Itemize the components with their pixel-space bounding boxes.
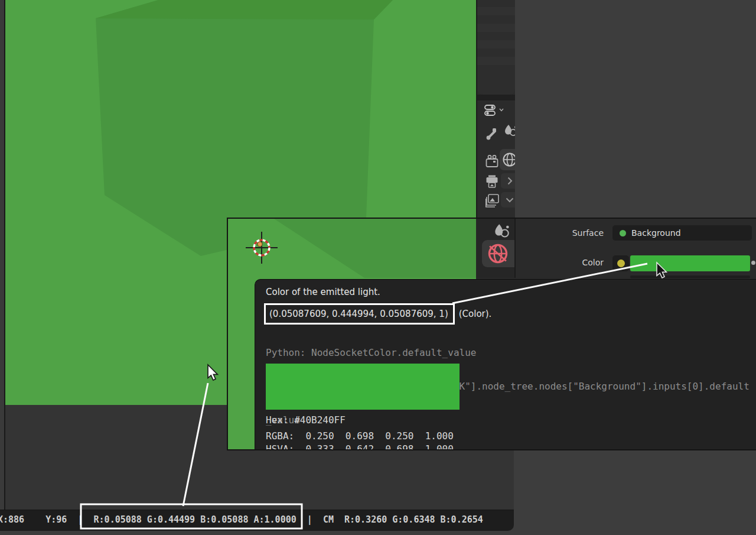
color-label: Color bbox=[558, 258, 604, 267]
tab-view-layer[interactable] bbox=[484, 193, 500, 209]
surface-value: Background bbox=[631, 228, 681, 238]
outliner-row bbox=[477, 24, 515, 32]
tab-scene[interactable] bbox=[503, 123, 515, 138]
properties-editor-icon bbox=[484, 105, 498, 116]
render-icon bbox=[485, 155, 498, 167]
tooltip-hsva-values: HSVA: 0.333 0.642 0.698 1.000 bbox=[266, 443, 454, 450]
node-socket-green-icon bbox=[620, 230, 626, 236]
scene-icon[interactable] bbox=[494, 223, 510, 239]
status-bar: X:886 Y:96 | R:0.05088 G:0.44499 B:0.050… bbox=[0, 510, 514, 531]
world-icon bbox=[502, 152, 515, 167]
tooltip: Color of the emitted light. (0.05087609,… bbox=[255, 279, 756, 450]
blender-screenshot: X:886 Y:96 | R:0.05088 G:0.44499 B:0.050… bbox=[0, 0, 756, 535]
3d-cursor-icon bbox=[243, 229, 281, 267]
outliner-row bbox=[477, 7, 515, 15]
view-layer-icon bbox=[485, 194, 499, 208]
surface-input[interactable]: Background bbox=[612, 225, 752, 241]
strength-field-partial bbox=[630, 275, 750, 278]
node-socket-yellow-icon bbox=[617, 260, 625, 267]
tooltip-hex-value: Hex: #40B240FF bbox=[266, 414, 346, 426]
tooltip-value-type: (Color). bbox=[459, 309, 492, 319]
tab-world-active[interactable] bbox=[500, 149, 515, 170]
animate-decorator-dot[interactable] bbox=[751, 261, 755, 265]
tooltip-value-row: (0.05087609, 0.444994, 0.05087609, 1) (C… bbox=[264, 303, 491, 325]
output-icon bbox=[485, 175, 498, 188]
surface-label: Surface bbox=[558, 228, 604, 238]
tab-tool[interactable] bbox=[484, 127, 500, 141]
tab-output[interactable] bbox=[484, 174, 500, 189]
tab-world-active[interactable] bbox=[482, 240, 514, 267]
magnifier-inset: Surface Background Color Color of the em… bbox=[227, 218, 756, 450]
origin-point-icon bbox=[258, 242, 262, 247]
editor-type-button[interactable] bbox=[482, 102, 506, 118]
panel-collapse-button[interactable] bbox=[501, 192, 515, 207]
scene-icon bbox=[504, 124, 515, 138]
outliner-panel bbox=[477, 0, 515, 95]
tooltip-color-preview bbox=[266, 364, 460, 410]
color-swatch-button[interactable] bbox=[630, 255, 750, 271]
tool-icon bbox=[485, 128, 498, 141]
window-left-strip bbox=[0, 0, 4, 510]
status-bar-readout: X:886 Y:96 | R:0.05088 G:0.44499 B:0.050… bbox=[0, 514, 483, 525]
editor-divider bbox=[477, 95, 515, 100]
tooltip-rgba-values: RGBA: 0.250 0.698 0.250 1.000 bbox=[266, 430, 454, 442]
tooltip-description: Color of the emitted light. bbox=[266, 287, 380, 297]
color-socket-button[interactable] bbox=[612, 255, 629, 271]
chevron-down-icon bbox=[506, 197, 514, 203]
panel-expand-button[interactable] bbox=[501, 173, 515, 189]
chevron-down-icon bbox=[499, 108, 504, 112]
tab-render[interactable] bbox=[484, 154, 500, 168]
tooltip-value-tuple: (0.05087609, 0.444994, 0.05087609, 1) bbox=[269, 309, 448, 319]
outliner-row bbox=[477, 40, 515, 48]
outliner-row bbox=[477, 57, 515, 65]
annotation-box-value: (0.05087609, 0.444994, 0.05087609, 1) bbox=[264, 303, 455, 325]
world-icon bbox=[487, 243, 509, 264]
chevron-right-icon bbox=[507, 177, 513, 185]
